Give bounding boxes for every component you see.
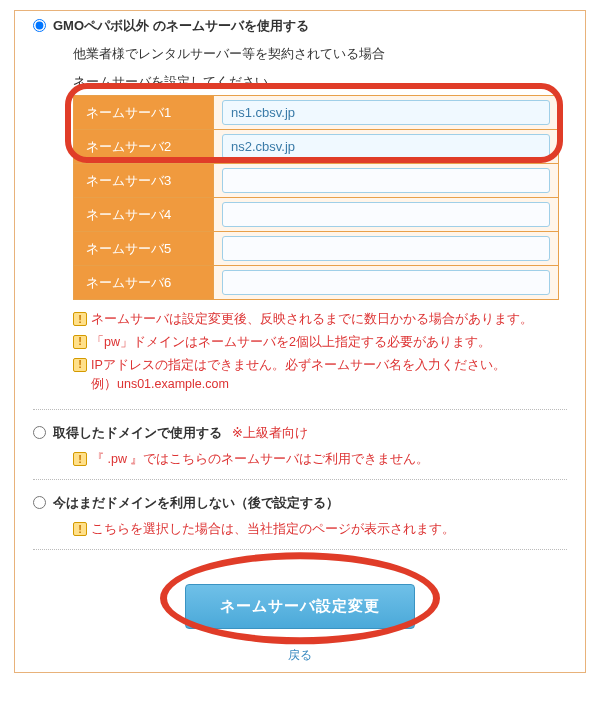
warning-icon: !	[73, 312, 87, 326]
table-row: ネームサーバ3	[74, 164, 559, 198]
ns-label-5: ネームサーバ5	[74, 232, 214, 266]
warning-text-2: 「pw」ドメインはネームサーバを2個以上指定する必要があります。	[91, 333, 559, 352]
warning-text-3: IPアドレスの指定はできません。必ずネームサーバ名を入力ください。	[91, 356, 559, 375]
option-later-radio[interactable]	[33, 496, 46, 509]
option-other-nameserver-row: GMOペパボ以外 のネームサーバを使用する	[15, 11, 585, 41]
table-row: ネームサーバ5	[74, 232, 559, 266]
warning-row: ! ネームサーバは設定変更後、反映されるまでに数日かかる場合があります。	[15, 308, 585, 331]
ns-label-2: ネームサーバ2	[74, 130, 214, 164]
option-other-nameserver-radio[interactable]	[33, 19, 46, 32]
option-later-title: 今はまだドメインを利用しない（後で設定する）	[53, 495, 339, 510]
warning-icon: !	[73, 335, 87, 349]
ns-label-6: ネームサーバ6	[74, 266, 214, 300]
warning-row: ! こちらを選択した場合は、当社指定のページが表示されます。	[15, 518, 585, 541]
warning-icon: !	[73, 358, 87, 372]
warning-row: ! 『 .pw 』ではこちらのネームサーバはご利用できません。	[15, 448, 585, 471]
nameserver-table-wrap: ネームサーバ1 ネームサーバ2 ネームサーバ3 ネームサーバ4 ネームサーバ5 …	[73, 95, 559, 300]
option3-warning-text: こちらを選択した場合は、当社指定のページが表示されます。	[91, 520, 559, 539]
table-row: ネームサーバ1	[74, 96, 559, 130]
warning-icon: !	[73, 452, 87, 466]
submit-nameserver-button[interactable]: ネームサーバ設定変更	[185, 584, 415, 629]
option-later-row: 今はまだドメインを利用しない（後で設定する）	[15, 488, 585, 518]
option-other-nameserver-title: GMOペパボ以外 のネームサーバを使用する	[53, 18, 309, 33]
back-link[interactable]: 戻る	[288, 648, 312, 662]
back-link-wrap: 戻る	[15, 647, 585, 672]
table-row: ネームサーバ4	[74, 198, 559, 232]
option2-warning-text: 『 .pw 』ではこちらのネームサーバはご利用できません。	[91, 450, 559, 469]
ns-input-4[interactable]	[222, 202, 550, 227]
ns-input-3[interactable]	[222, 168, 550, 193]
ns-input-1[interactable]	[222, 100, 550, 125]
option-own-domain-row: 取得したドメインで使用する ※上級者向け	[15, 418, 585, 448]
warning-icon: !	[73, 522, 87, 536]
submit-wrap: ネームサーバ設定変更	[15, 558, 585, 647]
option-own-domain-title: 取得したドメインで使用する	[53, 425, 222, 440]
warning-text-1: ネームサーバは設定変更後、反映されるまでに数日かかる場合があります。	[91, 310, 559, 329]
divider	[33, 409, 567, 410]
ns-label-3: ネームサーバ3	[74, 164, 214, 198]
example-text: 例）uns01.example.com	[15, 376, 585, 401]
ns-input-2[interactable]	[222, 134, 550, 159]
table-row: ネームサーバ2	[74, 130, 559, 164]
option-own-domain-note: ※上級者向け	[232, 426, 308, 440]
option-own-domain-radio[interactable]	[33, 426, 46, 439]
ns-label-4: ネームサーバ4	[74, 198, 214, 232]
warning-row: ! IPアドレスの指定はできません。必ずネームサーバ名を入力ください。	[15, 354, 585, 377]
ns-input-6[interactable]	[222, 270, 550, 295]
ns-input-5[interactable]	[222, 236, 550, 261]
table-row: ネームサーバ6	[74, 266, 559, 300]
divider	[33, 479, 567, 480]
nameserver-instruction: ネームサーバを設定してください	[15, 67, 585, 95]
warning-row: ! 「pw」ドメインはネームサーバを2個以上指定する必要があります。	[15, 331, 585, 354]
option-other-nameserver-desc: 他業者様でレンタルサーバー等を契約されている場合	[15, 41, 585, 67]
divider	[33, 549, 567, 550]
nameserver-settings-panel: GMOペパボ以外 のネームサーバを使用する 他業者様でレンタルサーバー等を契約さ…	[14, 10, 586, 673]
ns-label-1: ネームサーバ1	[74, 96, 214, 130]
nameserver-table: ネームサーバ1 ネームサーバ2 ネームサーバ3 ネームサーバ4 ネームサーバ5 …	[73, 95, 559, 300]
